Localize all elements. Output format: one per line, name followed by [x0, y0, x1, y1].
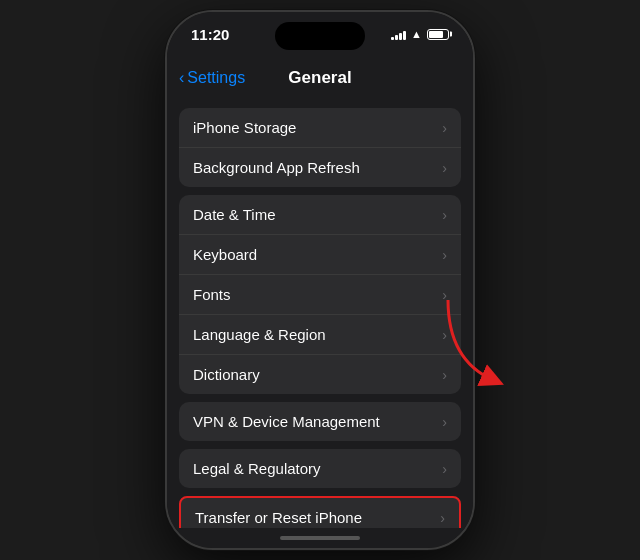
menu-item-label: Transfer or Reset iPhone [195, 509, 362, 526]
menu-item-iphone-storage[interactable]: iPhone Storage › [179, 108, 461, 148]
nav-bar: ‹ Settings General [167, 56, 473, 100]
chevron-icon: › [442, 414, 447, 430]
menu-item-label: Date & Time [193, 206, 276, 223]
content-area: iPhone Storage › Background App Refresh … [167, 100, 473, 528]
home-bar [280, 536, 360, 540]
phone-frame: 11:20 ▲ ‹ Settings General [165, 10, 475, 550]
nav-title: General [288, 68, 351, 88]
chevron-icon: › [442, 207, 447, 223]
menu-item-label: iPhone Storage [193, 119, 296, 136]
chevron-icon: › [442, 247, 447, 263]
section-group-3: VPN & Device Management › [179, 402, 461, 441]
menu-item-label: Keyboard [193, 246, 257, 263]
menu-item-vpn[interactable]: VPN & Device Management › [179, 402, 461, 441]
dynamic-island [275, 22, 365, 50]
status-time: 11:20 [191, 26, 229, 43]
menu-item-date-time[interactable]: Date & Time › [179, 195, 461, 235]
battery-icon [427, 29, 449, 40]
menu-item-label: Legal & Regulatory [193, 460, 321, 477]
menu-item-label: Background App Refresh [193, 159, 360, 176]
chevron-icon: › [440, 510, 445, 526]
section-group-4: Legal & Regulatory › [179, 449, 461, 488]
menu-item-label: Language & Region [193, 326, 326, 343]
home-indicator [167, 528, 473, 548]
section-group-5: Transfer or Reset iPhone › [179, 496, 461, 528]
chevron-icon: › [442, 327, 447, 343]
menu-item-legal[interactable]: Legal & Regulatory › [179, 449, 461, 488]
menu-item-language-region[interactable]: Language & Region › [179, 315, 461, 355]
back-chevron-icon: ‹ [179, 69, 184, 87]
chevron-icon: › [442, 367, 447, 383]
chevron-icon: › [442, 461, 447, 477]
chevron-icon: › [442, 287, 447, 303]
menu-item-keyboard[interactable]: Keyboard › [179, 235, 461, 275]
status-icons: ▲ [391, 28, 449, 40]
status-bar: 11:20 ▲ [167, 12, 473, 56]
section-group-2: Date & Time › Keyboard › Fonts › Languag… [179, 195, 461, 394]
back-button[interactable]: ‹ Settings [179, 69, 245, 87]
chevron-icon: › [442, 160, 447, 176]
menu-item-dictionary[interactable]: Dictionary › [179, 355, 461, 394]
menu-item-label: Fonts [193, 286, 231, 303]
signal-icon [391, 29, 406, 40]
menu-item-label: Dictionary [193, 366, 260, 383]
menu-item-fonts[interactable]: Fonts › [179, 275, 461, 315]
phone-screen: 11:20 ▲ ‹ Settings General [167, 12, 473, 548]
section-group-1: iPhone Storage › Background App Refresh … [179, 108, 461, 187]
menu-item-transfer-reset[interactable]: Transfer or Reset iPhone › [181, 498, 459, 528]
chevron-icon: › [442, 120, 447, 136]
wifi-icon: ▲ [411, 28, 422, 40]
menu-item-label: VPN & Device Management [193, 413, 380, 430]
back-label: Settings [187, 69, 245, 87]
menu-item-background-app-refresh[interactable]: Background App Refresh › [179, 148, 461, 187]
